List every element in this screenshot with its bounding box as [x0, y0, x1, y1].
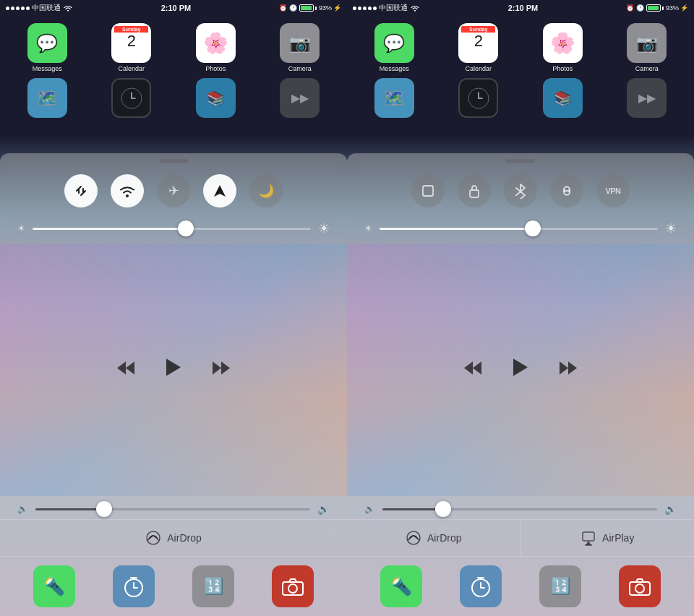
right-clock-app[interactable]	[453, 78, 504, 118]
right-hotspot-toggle[interactable]	[550, 174, 583, 208]
left-time: 2:10 PM	[161, 4, 192, 12]
right-brightness-row: ☀ ☀	[347, 216, 694, 241]
svg-marker-5	[214, 185, 226, 197]
right-bolt-icon: ⚡	[680, 4, 688, 12]
left-calculator-button[interactable]: 🔢	[192, 565, 234, 607]
svg-marker-6	[126, 362, 134, 375]
svg-marker-7	[117, 362, 126, 375]
left-airdrop-row: AirDrop	[0, 519, 347, 556]
left-media-area	[0, 244, 347, 496]
svg-point-0	[67, 10, 69, 12]
right-rewind-button[interactable]	[463, 360, 483, 380]
left-rewind-icon	[116, 360, 136, 376]
right-app3[interactable]: 📚	[537, 78, 588, 118]
left-location-toggle[interactable]	[203, 174, 236, 208]
right-brightness-track[interactable]	[380, 228, 658, 230]
left-brightness-row: ☀ ☀	[0, 216, 347, 241]
right-volume-thumb[interactable]	[435, 501, 451, 517]
right-brightness-min-icon: ☀	[364, 223, 372, 234]
right-photos-app[interactable]: 🌸 Photos	[537, 23, 588, 72]
right-drag-handle	[347, 153, 694, 167]
left-fastforward-button[interactable]	[211, 360, 231, 380]
right-airdrop-button[interactable]: AirDrop	[347, 520, 521, 556]
svg-rect-31	[583, 532, 594, 541]
left-battery: 93% ⚡	[299, 4, 341, 12]
left-data-toggle[interactable]	[64, 174, 98, 208]
right-airplay-button[interactable]: AirPlay	[521, 520, 695, 556]
svg-point-39	[635, 584, 644, 593]
left-wifi-icon-btn	[119, 184, 135, 197]
left-airplane-toggle[interactable]: ✈	[157, 174, 190, 208]
left-signal	[6, 7, 30, 10]
right-play-button[interactable]	[512, 357, 529, 382]
left-play-button[interactable]	[165, 357, 182, 382]
right-maps-app[interactable]: 🗺️	[369, 78, 419, 118]
left-app4[interactable]: ▶▶	[275, 78, 325, 118]
left-messages-app[interactable]: 💬 Messages	[22, 23, 72, 72]
right-carrier: 中国联通	[379, 3, 408, 13]
right-media-area	[347, 244, 694, 496]
right-brightness-thumb[interactable]	[525, 221, 541, 236]
left-camera-app[interactable]: 📷 Camera	[275, 23, 325, 72]
left-cc-content: ✈ 🌙 ☀ ☀	[0, 153, 347, 616]
left-volume-row: 🔈 🔊	[0, 499, 347, 519]
left-timer-button[interactable]	[113, 565, 155, 607]
left-volume-track[interactable]	[35, 508, 310, 510]
right-lock-toggle[interactable]	[458, 174, 491, 208]
left-maps-app[interactable]: 🗺️	[22, 78, 72, 118]
left-location-icon	[213, 184, 227, 198]
right-volume-track[interactable]	[382, 508, 657, 510]
left-moon-icon: 🌙	[258, 183, 274, 199]
left-alarm-icon: ⏰	[279, 4, 287, 12]
left-brightness-min-icon: ☀	[17, 223, 25, 234]
left-clock-app[interactable]	[106, 78, 157, 118]
right-airdrop-label: AirDrop	[427, 532, 461, 544]
left-app3[interactable]: 📚	[190, 78, 241, 118]
right-vpn-toggle[interactable]: VPN	[596, 174, 630, 208]
right-brightness-max-icon: ☀	[665, 221, 677, 236]
left-airdrop-label: AirDrop	[167, 532, 201, 544]
right-volume-row: 🔈 🔊	[347, 499, 694, 519]
right-rotate-toggle[interactable]	[411, 174, 445, 208]
left-ff-icon	[211, 360, 231, 376]
right-timer-button[interactable]	[460, 565, 502, 607]
right-control-center: VPN ☀ ☀	[347, 153, 694, 616]
right-fastforward-button[interactable]	[558, 360, 578, 380]
left-wifi-toggle[interactable]	[111, 174, 144, 208]
left-play-icon	[165, 357, 182, 377]
right-quicklaunch-row: 🔦 🔢	[347, 556, 694, 616]
right-status-right: ⏰ 🕐 93% ⚡	[626, 4, 688, 12]
left-brightness-track[interactable]	[33, 228, 311, 230]
left-volume-thumb[interactable]	[96, 501, 112, 517]
right-ff-icon	[558, 360, 578, 376]
left-dnd-toggle[interactable]: 🌙	[249, 174, 283, 208]
svg-point-30	[407, 531, 420, 544]
left-volume-fill	[35, 508, 104, 510]
left-brightness-thumb[interactable]	[178, 221, 194, 236]
right-calculator-button[interactable]: 🔢	[539, 565, 581, 607]
left-photos-app[interactable]: 🌸 Photos	[190, 23, 241, 72]
right-messages-app[interactable]: 💬 Messages	[369, 23, 419, 72]
left-rewind-button[interactable]	[116, 360, 136, 380]
right-flashlight-button[interactable]: 🔦	[380, 565, 422, 607]
right-camera-button[interactable]	[619, 565, 661, 607]
right-calculator-icon: 🔢	[551, 577, 570, 596]
right-camera-icon	[628, 576, 651, 596]
svg-point-18	[414, 10, 416, 12]
left-camera-button[interactable]	[272, 565, 314, 607]
left-calendar-app[interactable]: Sunday 2 Calendar	[106, 23, 157, 72]
left-timer-icon	[122, 575, 145, 598]
right-signal	[353, 7, 377, 10]
left-airdrop-button[interactable]: AirDrop	[0, 520, 347, 556]
right-camera-app[interactable]: 📷 Camera	[622, 23, 672, 72]
left-wifi-icon	[63, 4, 73, 12]
left-flashlight-button[interactable]: 🔦	[33, 565, 75, 607]
right-bt-toggle[interactable]	[504, 174, 537, 208]
right-alarm-icon: ⏰	[626, 4, 634, 12]
left-airplane-icon: ✈	[168, 183, 179, 199]
right-airdrop-icon	[406, 530, 421, 546]
left-icon-row-2: 🗺️ 📚 ▶▶	[9, 78, 338, 118]
svg-point-11	[147, 531, 160, 544]
right-app4[interactable]: ▶▶	[622, 78, 672, 118]
right-calendar-app[interactable]: Sunday 2 Calendar	[453, 23, 504, 72]
